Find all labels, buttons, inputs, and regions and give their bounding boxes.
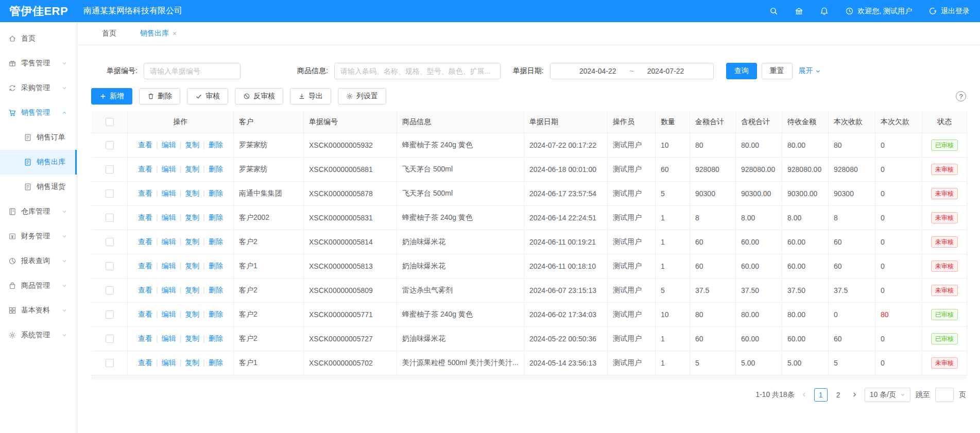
row-action-copy[interactable]: 复制 (185, 165, 199, 173)
delete-button[interactable]: 删除 (139, 88, 180, 105)
row-action-delete[interactable]: 删除 (209, 165, 223, 173)
row-checkbox[interactable] (106, 238, 114, 246)
row-checkbox[interactable] (106, 262, 114, 270)
sidebar-item-finance[interactable]: 财务管理 (0, 224, 77, 249)
page-button-1[interactable]: 1 (814, 388, 828, 402)
user-welcome[interactable]: 欢迎您, 测试用户 (845, 7, 912, 16)
row-action-delete[interactable]: 删除 (209, 213, 223, 221)
row-checkbox[interactable] (106, 310, 114, 319)
date-range-picker[interactable]: 2024-04-22 ~ 2024-07-22 (550, 63, 714, 79)
sidebar-item-retail[interactable]: 零售管理 (0, 51, 77, 76)
row-action-view[interactable]: 查看 (138, 141, 152, 149)
row-action-copy[interactable]: 复制 (185, 213, 199, 221)
row-action-edit[interactable]: 编辑 (162, 286, 176, 294)
row-checkbox[interactable] (106, 141, 114, 149)
row-action-view[interactable]: 查看 (138, 286, 152, 294)
row-action-copy[interactable]: 复制 (185, 310, 199, 318)
reset-button[interactable]: 重置 (762, 63, 793, 79)
bill-no-input[interactable] (144, 63, 240, 79)
row-action-delete[interactable]: 删除 (209, 141, 223, 149)
unaudit-button[interactable]: 反审核 (235, 88, 283, 105)
row-checkbox[interactable] (106, 165, 114, 174)
sidebar-item-label: 销售管理 (21, 108, 50, 117)
add-button[interactable]: 新增 (91, 88, 132, 105)
bank-icon[interactable] (795, 7, 803, 15)
bell-icon[interactable] (820, 7, 829, 15)
row-action-edit[interactable]: 编辑 (162, 310, 176, 318)
search-icon[interactable] (769, 7, 778, 15)
status-badge: 未审核 (931, 164, 958, 175)
row-action-edit[interactable]: 编辑 (162, 334, 176, 342)
row-action-edit[interactable]: 编辑 (162, 189, 176, 197)
jump-page-input[interactable] (935, 388, 954, 402)
sidebar-item-purchase[interactable]: 采购管理 (0, 76, 77, 100)
cell-bill-no: XSCK00000005814 (304, 230, 397, 254)
audit-button[interactable]: 审核 (187, 88, 228, 105)
row-action-delete[interactable]: 删除 (209, 237, 223, 246)
sidebar-item-system[interactable]: 系统管理 (0, 323, 77, 348)
logout-button[interactable]: 退出登录 (929, 7, 970, 16)
sidebar-item-basic[interactable]: 基本资料 (0, 298, 77, 323)
row-action-delete[interactable]: 删除 (209, 310, 223, 318)
row-action-copy[interactable]: 复制 (185, 237, 199, 246)
sidebar-item-report[interactable]: 报表查询 (0, 249, 77, 273)
row-action-copy[interactable]: 复制 (185, 262, 199, 270)
chevron-down-icon (61, 60, 67, 66)
select-all-checkbox[interactable] (106, 118, 114, 126)
sidebar-item-warehouse[interactable]: 仓库管理 (0, 199, 77, 224)
help-icon[interactable]: ? (956, 91, 966, 101)
cell-bill-date: 2024-06-07 23:15:13 (524, 278, 608, 302)
row-action-view[interactable]: 查看 (138, 189, 152, 197)
row-action-view[interactable]: 查看 (138, 334, 152, 342)
product-info-input[interactable] (334, 63, 501, 79)
next-page-button[interactable] (850, 389, 859, 401)
sidebar-item-sales-outbound[interactable]: 销售出库 (0, 150, 77, 175)
row-checkbox[interactable] (106, 286, 114, 295)
row-action-edit[interactable]: 编辑 (162, 213, 176, 221)
row-action-view[interactable]: 查看 (138, 213, 152, 221)
row-action-delete[interactable]: 删除 (209, 334, 223, 342)
row-action-delete[interactable]: 删除 (209, 189, 223, 197)
row-action-copy[interactable]: 复制 (185, 334, 199, 342)
column-header-select[interactable] (92, 111, 128, 133)
table-body: 查看|编辑|复制|删除罗莱家纺XSCK00000005932蜂蜜柚子茶 240g… (92, 133, 967, 375)
row-action-view[interactable]: 查看 (138, 237, 152, 246)
tab-sales-outbound[interactable]: 销售出库 × (140, 29, 177, 38)
row-action-delete[interactable]: 删除 (209, 358, 223, 367)
row-action-edit[interactable]: 编辑 (162, 237, 176, 246)
sidebar-item-product[interactable]: 商品管理 (0, 273, 77, 298)
row-action-copy[interactable]: 复制 (185, 141, 199, 149)
cell-qty: 5 (656, 181, 690, 205)
sidebar-item-sales-order[interactable]: 销售订单 (0, 125, 77, 150)
row-checkbox[interactable] (106, 189, 114, 198)
cell-amount: 60 (690, 230, 736, 254)
sidebar-item-sales-return[interactable]: 销售退货 (0, 175, 77, 199)
close-tab-icon[interactable]: × (173, 29, 177, 38)
row-action-copy[interactable]: 复制 (185, 189, 199, 197)
export-button[interactable]: 导出 (290, 88, 331, 105)
prev-page-button[interactable] (800, 389, 809, 401)
page-size-select[interactable]: 10 条/页 (865, 388, 910, 402)
row-action-edit[interactable]: 编辑 (162, 141, 176, 149)
row-action-copy[interactable]: 复制 (185, 358, 199, 367)
row-action-view[interactable]: 查看 (138, 310, 152, 318)
sidebar-item-home[interactable]: 首页 (0, 26, 77, 51)
row-action-delete[interactable]: 删除 (209, 286, 223, 294)
tab-home[interactable]: 首页 (102, 29, 116, 38)
row-action-copy[interactable]: 复制 (185, 286, 199, 294)
row-checkbox[interactable] (106, 335, 114, 343)
row-action-view[interactable]: 查看 (138, 165, 152, 173)
row-action-edit[interactable]: 编辑 (162, 262, 176, 270)
row-checkbox[interactable] (106, 359, 114, 367)
row-action-edit[interactable]: 编辑 (162, 165, 176, 173)
row-action-edit[interactable]: 编辑 (162, 358, 176, 367)
row-action-view[interactable]: 查看 (138, 262, 152, 270)
row-action-delete[interactable]: 删除 (209, 262, 223, 270)
sidebar-item-sales[interactable]: 销售管理 (0, 100, 77, 125)
row-checkbox[interactable] (106, 214, 114, 222)
search-button[interactable]: 查询 (726, 63, 757, 79)
page-button-2[interactable]: 2 (832, 388, 845, 402)
column-settings-button[interactable]: 列设置 (338, 88, 386, 105)
expand-link[interactable]: 展开 (799, 66, 821, 76)
row-action-view[interactable]: 查看 (138, 358, 152, 367)
